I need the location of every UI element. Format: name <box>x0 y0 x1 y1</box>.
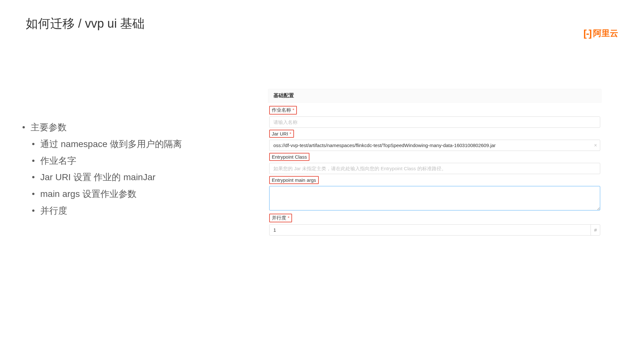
bullet-job-name: 作业名字 <box>32 153 182 169</box>
required-star-icon: * <box>289 131 291 136</box>
bullet-dot-icon <box>32 160 34 162</box>
jar-uri-input[interactable] <box>269 140 600 151</box>
job-name-label: 作业名称 * <box>269 106 297 115</box>
main-args-field: Entrypoint main args <box>269 176 600 212</box>
required-star-icon: * <box>288 215 289 220</box>
bullet-dot-icon <box>32 193 34 195</box>
bullet-text: Jar URI 设置 作业的 mainJar <box>40 169 156 186</box>
bullet-main-params: 主要参数 <box>23 119 182 136</box>
required-star-icon: * <box>292 107 294 113</box>
bullet-jar-uri: Jar URI 设置 作业的 mainJar <box>32 169 182 186</box>
jar-uri-label: Jar URI * <box>269 130 294 138</box>
bullet-text: 主要参数 <box>31 119 67 136</box>
jar-uri-field: Jar URI * × <box>269 130 600 151</box>
bullet-parallelism: 并行度 <box>32 202 182 219</box>
bullet-text: 通过 namespace 做到多用户的隔离 <box>40 136 182 153</box>
bullet-dot-icon <box>32 209 34 212</box>
left-bullet-list: 主要参数 通过 namespace 做到多用户的隔离 作业名字 Jar URI … <box>23 119 182 219</box>
clear-input-button[interactable]: × <box>594 143 597 148</box>
job-name-field: 作业名称 * <box>269 106 600 128</box>
basic-config-form: 基础配置 作业名称 * Jar URI * × Entrypoint Class <box>268 89 601 237</box>
panel-header: 基础配置 <box>268 89 601 103</box>
slide-title: 如何迁移 / vvp ui 基础 <box>26 15 145 32</box>
hash-icon: # <box>591 224 600 236</box>
parallelism-input[interactable] <box>269 224 600 236</box>
aliyun-logo: [-] 阿里云 <box>583 28 618 39</box>
job-name-input[interactable] <box>269 116 600 128</box>
entrypoint-class-input[interactable] <box>269 163 600 174</box>
logo-bracket-icon: [-] <box>583 28 591 39</box>
bullet-main-args: main args 设置作业参数 <box>32 186 182 202</box>
bullet-text: 作业名字 <box>40 153 76 169</box>
bullet-text: main args 设置作业参数 <box>40 186 137 202</box>
bullet-dot-icon <box>23 126 25 128</box>
entrypoint-class-label: Entrypoint Class <box>269 153 309 161</box>
logo-text: 阿里云 <box>593 28 618 39</box>
bullet-text: 并行度 <box>40 202 67 219</box>
bullet-namespace: 通过 namespace 做到多用户的隔离 <box>32 136 182 153</box>
bullet-dot-icon <box>32 176 34 178</box>
main-args-label: Entrypoint main args <box>269 176 319 184</box>
parallelism-field: 并行度 * # <box>269 214 600 236</box>
bullet-dot-icon <box>32 143 34 145</box>
main-args-textarea[interactable] <box>269 186 600 210</box>
parallelism-label: 并行度 * <box>269 214 292 222</box>
entrypoint-class-field: Entrypoint Class <box>269 153 600 174</box>
